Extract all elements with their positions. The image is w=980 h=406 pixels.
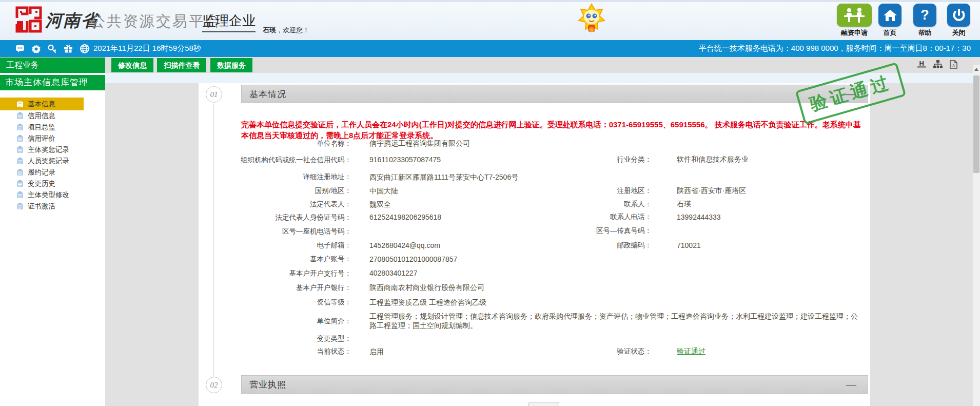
field-label: 国别/地区： (199, 186, 351, 195)
field-value: 2708050101201000087857 (369, 255, 862, 264)
section1-title: 基本情况 (249, 88, 286, 100)
data-service-button[interactable]: 数据服务 (210, 58, 252, 72)
scroll-up-arrow[interactable] (973, 65, 980, 73)
clipboard-icon (16, 180, 24, 187)
verification-status-link[interactable]: 验证通过 (677, 347, 870, 356)
field-value: 启用 (369, 347, 523, 356)
sidebar-item-project-director[interactable]: 项目总监 (0, 122, 105, 133)
field-label: 联系人： (523, 200, 652, 209)
welcome-text: 石瑛，欢迎您！ (263, 26, 309, 35)
finance-apply-label: 融资申请 (837, 28, 872, 37)
scan-view-button[interactable]: 扫描件查看 (157, 58, 206, 72)
field-label: 法定代表人： (199, 200, 351, 208)
field-label: 单位名称： (199, 139, 351, 148)
clipboard-icon (16, 146, 24, 153)
sidebar-item-subject-type-modify[interactable]: 主体类型修改 (0, 189, 105, 201)
collapse-icon[interactable]: — (846, 379, 856, 391)
vertical-scrollbar[interactable] (973, 65, 980, 406)
help-label: 帮助 (913, 28, 936, 37)
field-label: 基本户开户银行： (199, 283, 351, 292)
clipboard-icon (16, 135, 24, 142)
status-bar: 2021年11月22日 16时59分58秒 平台统一技术服务电话为：400 99… (0, 40, 980, 57)
sidebar-item-certificate-activation[interactable]: 证书激活 (0, 201, 105, 212)
history-icon[interactable]: HHISTORY (917, 61, 926, 68)
sidebar-item-subject-rewards[interactable]: 主体奖惩记录 (0, 144, 105, 156)
field-label: 验证状态： (523, 347, 652, 356)
home-label: 首页 (878, 28, 901, 37)
home-button[interactable]: 首页 (878, 4, 901, 37)
clipboard-icon (16, 124, 24, 131)
section2-header: 营业执照 — (241, 375, 868, 394)
field-value: 612524198206295618 (369, 212, 523, 222)
field-value: 13992444333 (677, 213, 870, 221)
basic-info-form: 单位名称： 信宇腾远工程咨询集团有限公司 组织机构代码或统一社会信用代码： 91… (199, 137, 870, 358)
field-value: 916110233057087475 (369, 155, 523, 164)
field-label: 变更类型： (199, 334, 351, 343)
sidebar-item-basic-info[interactable]: 基本信息 (0, 98, 84, 110)
welcome-user-name: 石瑛 (263, 26, 276, 34)
close-button[interactable]: 关闭 (947, 4, 970, 37)
sidebar: 工程业务 市场主体信息库管理 基本信息 信用信息 项目总监 信用评价 主体奖 (0, 57, 105, 406)
field-value: 402803401227 (369, 268, 862, 278)
globe-icon[interactable] (80, 44, 89, 53)
field-label: 基本户账号： (199, 255, 351, 263)
clipboard-icon (16, 158, 24, 165)
scrollbar-thumb[interactable] (973, 75, 979, 173)
sitemap-icon[interactable] (933, 60, 943, 69)
sidebar-menu: 基本信息 信用信息 项目总监 信用评价 主体奖惩记录 人员奖惩记录 (0, 98, 105, 212)
main-content: 验证通过 01 基本情况 — 完善本单位信息提交验证后，工作人员会在24小时内(… (105, 73, 973, 406)
field-value: 陕西省·西安市·雁塔区 (677, 186, 870, 196)
field-label: 当前状态： (199, 347, 351, 356)
close-label: 关闭 (947, 28, 970, 37)
clipboard-icon (16, 169, 24, 176)
finance-apply-button[interactable]: 融资申请 (837, 4, 872, 37)
sidebar-item-credit-eval[interactable]: 信用评价 (0, 133, 105, 144)
header: 河南省 公共资源交易平台 监理企业 石瑛，欢迎您！ $ 融资申请 (0, 2, 980, 40)
gift-icon[interactable] (64, 45, 73, 53)
field-value: 信宇腾远工程咨询集团有限公司 (369, 139, 862, 148)
field-label: 详细注册地址： (199, 172, 351, 181)
key-icon[interactable] (48, 45, 56, 53)
field-value: 工程管理服务；规划设计管理；信息技术咨询服务；政府采购代理服务；资产评估；物业管… (369, 312, 862, 330)
field-value: 陕西商南农村商业银行股份有限公司 (369, 283, 862, 292)
sidebar-item-personnel-rewards[interactable]: 人员奖惩记录 (0, 156, 105, 167)
field-label: 区号—座机电话号码： (199, 227, 351, 236)
section1-header: 基本情况 — (241, 85, 868, 103)
service-phone-text: 平台统一技术服务电话为：400 998 0000，服务时间：周一至周日8：00-… (699, 44, 971, 53)
sidebar-title-business[interactable]: 工程业务 (0, 57, 105, 73)
license-partial-element (528, 402, 559, 406)
content-toolbar: 修改信息 扫描件查看 数据服务 HHISTORY A (105, 57, 973, 73)
clipboard-icon (16, 112, 24, 120)
field-label: 基本户开户支行号： (199, 269, 351, 278)
finance-people-icon (837, 4, 872, 27)
star-mascot-icon: $ (577, 3, 606, 33)
pdf-icon[interactable]: A (950, 60, 957, 69)
svg-text:A: A (952, 64, 955, 67)
field-label: 区号—传真号码： (523, 226, 652, 236)
field-label: 资信等级： (199, 298, 351, 306)
sidebar-section-market-subject[interactable]: 市场主体信息库管理 (0, 75, 105, 90)
field-value: 中国大陆 (369, 186, 523, 196)
field-label: 注册地区： (523, 186, 652, 196)
power-icon (947, 4, 970, 27)
field-value: 工程监理资质乙级 工程造价咨询乙级 (369, 298, 862, 307)
section1-number: 01 (206, 86, 222, 103)
modify-info-button[interactable]: 修改信息 (111, 58, 153, 72)
app-window: 河南省 公共资源交易平台 监理企业 石瑛，欢迎您！ $ 融资申请 (0, 0, 980, 406)
henan-platform-logo-icon (15, 6, 42, 33)
sidebar-item-performance-records[interactable]: 履约记录 (0, 167, 105, 178)
clipboard-icon (16, 101, 24, 108)
field-value: 1452680424@qq.com (369, 241, 523, 250)
gear-icon[interactable] (32, 45, 41, 53)
clipboard-icon (16, 191, 24, 199)
field-value: 软件和信息技术服务业 (677, 155, 870, 164)
sidebar-item-credit-info[interactable]: 信用信息 (0, 110, 105, 122)
help-button[interactable]: ? 帮助 (913, 4, 936, 37)
sidebar-item-change-history[interactable]: 变更历史 (0, 178, 105, 189)
content-panel: 01 基本情况 — 完善本单位信息提交验证后，工作人员会在24小时内(工作日)对… (199, 83, 870, 406)
section2-title: 营业执照 (249, 379, 286, 391)
message-icon[interactable] (15, 45, 25, 53)
field-label: 单位简介： (199, 317, 351, 325)
section2-number: 02 (206, 377, 222, 393)
home-icon (878, 4, 901, 27)
